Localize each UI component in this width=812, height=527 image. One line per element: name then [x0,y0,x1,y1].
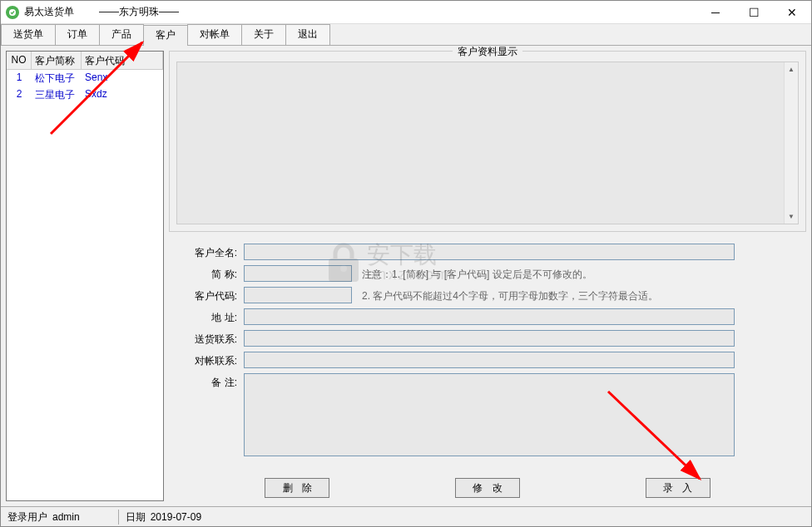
col-header-name: 客户简称 [32,52,82,69]
display-group-title: 客户资料显示 [453,46,522,59]
app-subtitle: ——东方明珠—— [99,5,179,19]
button-row: 删 除 修 改 录 入 [169,471,806,501]
table-row[interactable]: 1 松下电子 Senx [7,70,163,86]
table-row[interactable]: 2 三星电子 Sxdz [7,86,163,103]
input-delivery-contact[interactable] [244,330,735,347]
tab-customer[interactable]: 客户 [143,25,188,46]
tab-delivery[interactable]: 送货单 [1,24,56,45]
status-date-value: 2019-07-09 [151,511,201,523]
status-user-value: admin [52,511,80,523]
tab-order[interactable]: 订单 [55,24,100,45]
status-user-label: 登录用户 [7,510,47,525]
label-address: 地 址: [186,308,244,327]
hint-shortname: 注意：1. [简称] 与 [客户代码] 设定后是不可修改的。 [362,265,592,283]
maximize-button[interactable]: ☐ [735,1,773,24]
titlebar: 易太送货单 ——东方明珠—— ─ ☐ ✕ [1,1,811,24]
col-header-code: 客户代码 [82,52,163,69]
minimize-button[interactable]: ─ [696,1,735,24]
tab-exit[interactable]: 退出 [285,24,330,45]
label-account-contact: 对帐联系: [186,352,244,370]
form-area: 客户全名: 简 称: 注意：1. [简称] 与 [客户代码] 设定后是不可修改的… [169,237,806,466]
tab-bar: 送货单 订单 产品 客户 对帐单 关于 退出 [1,24,811,46]
hint-code: 2. 客户代码不能超过4个字母，可用字母加数字，三个字符最合适。 [362,287,658,305]
table-header: NO 客户简称 客户代码 [7,52,163,70]
enter-button[interactable]: 录 入 [646,478,710,498]
tab-about[interactable]: 关于 [241,24,286,45]
tab-statement[interactable]: 对帐单 [187,24,242,45]
label-remark: 备 注: [186,373,244,392]
modify-button[interactable]: 修 改 [455,478,520,498]
delete-button[interactable]: 删 除 [265,478,329,498]
input-remark[interactable] [244,373,735,456]
scroll-down-icon[interactable]: ▼ [785,209,798,224]
customer-list-panel: NO 客户简称 客户代码 1 松下电子 Senx 2 三星电子 Sxdz [6,51,164,501]
display-group: 客户资料显示 ▲ ▼ [169,51,806,232]
label-fullname: 客户全名: [186,244,244,262]
input-fullname[interactable] [244,244,735,260]
statusbar: 登录用户 admin 日期 2019-07-09 [1,506,811,526]
tab-product[interactable]: 产品 [99,24,144,45]
display-area: ▲ ▼ [176,62,799,224]
input-shortname[interactable] [244,265,352,282]
input-account-contact[interactable] [244,352,735,368]
content-area: NO 客户简称 客户代码 1 松下电子 Senx 2 三星电子 Sxdz [1,46,811,506]
input-address[interactable] [244,308,735,325]
table-body: 1 松下电子 Senx 2 三星电子 Sxdz [7,70,163,500]
label-delivery-contact: 送货联系: [186,330,244,348]
right-panel: 客户资料显示 ▲ ▼ 客户全名: 简 称: 注意：1. [ [169,51,806,501]
input-code[interactable] [244,287,352,303]
scrollbar[interactable]: ▲ ▼ [784,62,798,224]
close-button[interactable]: ✕ [773,1,811,24]
app-icon [6,6,19,19]
label-code: 客户代码: [186,287,244,305]
app-window: 易太送货单 ——东方明珠—— ─ ☐ ✕ 送货单 订单 产品 客户 对帐单 关于… [0,0,812,527]
col-header-no: NO [7,52,32,69]
label-shortname: 简 称: [186,265,244,283]
app-title: 易太送货单 [24,5,74,19]
scroll-up-icon[interactable]: ▲ [785,62,798,76]
status-date-label: 日期 [118,510,146,525]
